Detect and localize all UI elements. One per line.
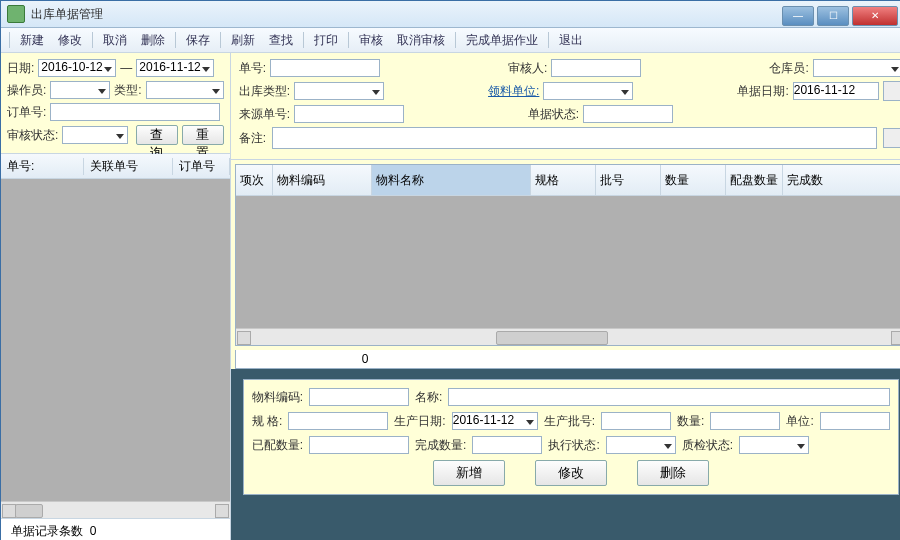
spec-field[interactable]: [288, 412, 388, 430]
label-type: 类型:: [114, 82, 141, 99]
col-done[interactable]: 完成数: [783, 165, 900, 195]
toolbar-refresh[interactable]: 刷新: [225, 30, 261, 51]
col-matcode[interactable]: 物料编码: [273, 165, 372, 195]
source-no-field[interactable]: [294, 105, 404, 123]
qc-state-select[interactable]: [739, 436, 809, 454]
toolbar: 新建 修改 取消 删除 保存 刷新 查找 打印 审核 取消审核 完成单据作业 退…: [1, 28, 900, 53]
toolbar-unaudit[interactable]: 取消审核: [391, 30, 451, 51]
col-qty[interactable]: 数量: [661, 165, 726, 195]
prod-batch-field[interactable]: [601, 412, 671, 430]
header-form: 单号: 审核人: 仓库员: 出库类型: 领料单位: 单据日期:2016-11-1…: [231, 53, 900, 160]
window-minimize-button[interactable]: —: [782, 6, 814, 26]
toolbar-finish[interactable]: 完成单据作业: [460, 30, 544, 51]
audit-state-select[interactable]: [62, 126, 127, 144]
window-close-button[interactable]: ✕: [852, 6, 898, 26]
reset-button[interactable]: 重置: [182, 125, 224, 145]
bottom-area: 物料编码: 名称: 规 格: 生产日期:2016-11-12 生产批号: 数量:…: [231, 369, 900, 540]
order-input[interactable]: [50, 103, 220, 121]
toolbar-audit[interactable]: 审核: [353, 30, 389, 51]
toolbar-print[interactable]: 打印: [308, 30, 344, 51]
col-alloc[interactable]: 配盘数量: [726, 165, 783, 195]
date-from-input[interactable]: 2016-10-12: [38, 59, 116, 77]
toolbar-new[interactable]: 新建: [14, 30, 50, 51]
col-seq[interactable]: 项次: [236, 165, 273, 195]
left-grid-footer: 单据记录条数 0: [1, 518, 230, 540]
summary-zero: 0: [356, 350, 408, 368]
label-audit-state: 审核状态:: [7, 127, 58, 144]
toolbar-delete[interactable]: 删除: [135, 30, 171, 51]
label-date: 日期:: [7, 60, 34, 77]
operator-select[interactable]: [50, 81, 110, 99]
left-col-related[interactable]: 关联单号: [84, 158, 173, 175]
allocated-field[interactable]: [309, 436, 409, 454]
left-col-billno[interactable]: 单号:: [1, 158, 84, 175]
left-grid-header: 单号: 关联单号 订单号: [1, 154, 230, 179]
item-detail-form: 物料编码: 名称: 规 格: 生产日期:2016-11-12 生产批号: 数量:…: [243, 379, 899, 495]
calendar-icon[interactable]: [883, 81, 900, 101]
scroll-right-icon[interactable]: [891, 331, 900, 345]
scroll-thumb[interactable]: [496, 331, 608, 345]
window-maximize-button[interactable]: ☐: [817, 6, 849, 26]
titlebar: 出库单据管理 — ☐ ✕: [1, 1, 900, 28]
dept-select[interactable]: [543, 82, 633, 100]
bill-date-field[interactable]: 2016-11-12: [793, 82, 879, 100]
left-grid-body[interactable]: [1, 179, 230, 501]
prod-date-field[interactable]: 2016-11-12: [452, 412, 538, 430]
search-button[interactable]: 查询: [136, 125, 178, 145]
toolbar-find[interactable]: 查找: [263, 30, 299, 51]
col-spec[interactable]: 规格: [531, 165, 596, 195]
scroll-right-icon[interactable]: [215, 504, 229, 518]
item-edit-button[interactable]: 修改: [535, 460, 607, 486]
toolbar-save[interactable]: 保存: [180, 30, 216, 51]
toolbar-edit[interactable]: 修改: [52, 30, 88, 51]
out-type-select[interactable]: [294, 82, 384, 100]
detail-grid-header: 项次 物料编码 物料名称 规格 批号 数量 配盘数量 完成数: [236, 165, 900, 196]
toolbar-cancel[interactable]: 取消: [97, 30, 133, 51]
type-select[interactable]: [146, 81, 224, 99]
scroll-thumb[interactable]: [15, 504, 43, 518]
exec-state-select[interactable]: [606, 436, 676, 454]
bill-no-field[interactable]: [270, 59, 380, 77]
label-operator: 操作员:: [7, 82, 46, 99]
scroll-left-icon[interactable]: [2, 504, 16, 518]
label-order: 订单号:: [7, 104, 46, 121]
scroll-left-icon[interactable]: [237, 331, 251, 345]
unit-field[interactable]: [820, 412, 890, 430]
remark-textarea[interactable]: [272, 127, 877, 149]
date-to-input[interactable]: 2016-11-12: [136, 59, 214, 77]
keeper-select[interactable]: [813, 59, 900, 77]
detail-grid-body[interactable]: [236, 196, 900, 328]
item-new-button[interactable]: 新增: [433, 460, 505, 486]
left-grid-hscroll[interactable]: [1, 501, 230, 518]
mat-name-field[interactable]: [448, 388, 889, 406]
window-title: 出库单据管理: [31, 6, 103, 23]
col-matname[interactable]: 物料名称: [372, 165, 531, 195]
done-qty-field[interactable]: [472, 436, 542, 454]
detail-grid-hscroll[interactable]: [236, 328, 900, 345]
mat-code-field[interactable]: [309, 388, 409, 406]
col-batch[interactable]: 批号: [596, 165, 661, 195]
item-delete-button[interactable]: 删除: [637, 460, 709, 486]
detail-grid: 项次 物料编码 物料名称 规格 批号 数量 配盘数量 完成数: [235, 164, 900, 346]
record-count: 0: [90, 524, 97, 538]
detail-grid-summary: 0: [235, 350, 900, 369]
left-col-order[interactable]: 订单号: [173, 158, 230, 175]
app-icon: [7, 5, 25, 23]
auditor-field[interactable]: [551, 59, 641, 77]
toolbar-exit[interactable]: 退出: [553, 30, 589, 51]
right-pane: 单号: 审核人: 仓库员: 出库类型: 领料单位: 单据日期:2016-11-1…: [231, 53, 900, 540]
left-pane: 日期: 2016-10-12 — 2016-11-12 操作员: 类型: 订单号…: [1, 53, 231, 540]
bill-state-field[interactable]: [583, 105, 673, 123]
remark-expand-icon[interactable]: [883, 128, 900, 148]
filter-panel: 日期: 2016-10-12 — 2016-11-12 操作员: 类型: 订单号…: [1, 53, 230, 154]
qty-field[interactable]: [710, 412, 780, 430]
